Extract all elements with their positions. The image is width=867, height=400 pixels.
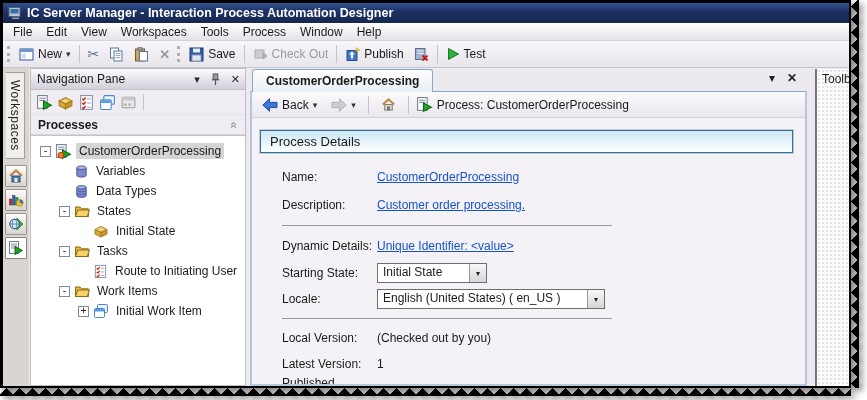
delete-button[interactable]: ✕ [154,45,175,64]
add-state-icon[interactable] [57,94,74,111]
menu-workspaces[interactable]: Workspaces [114,24,194,40]
add-work-item-icon[interactable] [99,94,116,111]
back-history-arrow[interactable]: ▾ [313,100,318,110]
menu-process[interactable]: Process [236,24,293,40]
add-task-icon[interactable] [78,94,95,111]
starting-state-select[interactable]: Initial State ▾ [377,263,487,283]
menu-window[interactable]: Window [293,24,350,40]
field-label: Name: [282,170,377,184]
expander-icon[interactable]: + [78,306,89,317]
chevron-down-icon[interactable]: ▾ [587,290,604,308]
add-process-icon[interactable] [36,94,53,111]
check-out-button: Check Out [248,45,334,63]
field-label: Description: [282,198,377,212]
menu-view[interactable]: View [74,24,114,40]
navigation-pane-title: Navigation Pane [37,72,183,86]
tree-label[interactable]: Initial Work Item [113,303,205,319]
process-icon [416,96,433,113]
chevron-down-icon[interactable]: ▾ [469,264,486,282]
folder-icon [74,283,90,299]
menu-file[interactable]: File [6,24,39,40]
tree-item-customerorderprocessing[interactable]: - CustomerOrderProcessing [31,141,245,161]
pin-icon[interactable] [211,73,220,86]
tree-item-initial-work-item[interactable]: + Initial Work Item [31,301,245,321]
tree-label[interactable]: Initial State [113,223,178,239]
menu-tools[interactable]: Tools [194,24,236,40]
database-icon [74,164,89,179]
chart-icon [8,192,24,208]
doc-home-button[interactable] [376,95,401,114]
tree-item-states[interactable]: - States [31,201,245,221]
document-list-arrow-icon[interactable]: ▾ [769,71,775,85]
window-title: IC Server Manager - Interaction Process … [27,6,393,20]
cut-button[interactable]: ✂ [83,44,105,64]
check-out-icon [253,47,268,61]
copy-button[interactable] [104,45,129,64]
tree-label[interactable]: Work Items [94,283,160,299]
toolbar-separator [336,45,337,63]
expander-icon[interactable]: - [59,286,70,297]
tree-label[interactable]: CustomerOrderProcessing [76,143,224,159]
tree-item-data-types[interactable]: Data Types [31,181,245,201]
tree-item-tasks[interactable]: - Tasks [31,241,245,261]
new-dropdown-arrow[interactable]: ▾ [66,49,71,59]
expander-icon[interactable]: - [40,146,51,157]
description-link[interactable]: Customer order processing. [377,198,525,212]
locale-select[interactable]: English (United States) ( en_US ) ▾ [377,289,605,309]
delete-icon: ✕ [159,47,170,62]
unpublish-button[interactable] [409,45,434,64]
field-row-name: Name: CustomerOrderProcessing [282,163,805,191]
tree-label[interactable]: States [94,203,134,219]
save-button[interactable]: Save [184,45,240,64]
back-button[interactable]: Back ▾ [257,96,322,114]
document-breadcrumb: Process: CustomerOrderProcessing [437,98,629,112]
document-controls: ▾ ✕ [769,71,797,85]
pane-menu-arrow-icon[interactable]: ▾ [191,73,203,86]
tree-item-initial-state[interactable]: Initial State [31,221,245,241]
latest-version-value: 1 [377,357,384,371]
field-label: Latest Version: [282,357,377,371]
tree-label[interactable]: Tasks [94,243,131,259]
home-icon [8,168,24,184]
forward-history-arrow: ▾ [351,100,356,110]
test-play-icon [446,47,460,61]
menu-help[interactable]: Help [350,24,389,40]
workspace-interactions-button[interactable] [5,213,27,235]
workspace-home-button[interactable] [5,165,27,187]
new-button[interactable]: New ▾ [14,45,76,63]
menu-edit[interactable]: Edit [39,24,74,40]
tree-item-route-to-initiating-user[interactable]: Route to Initiating User [31,261,245,281]
tab-customerorderprocessing[interactable]: CustomerOrderProcessing [252,69,433,92]
unpublish-icon [414,47,429,62]
toolbar-grip[interactable] [7,46,10,62]
tree-label[interactable]: Data Types [93,183,159,199]
workspace-reports-button[interactable] [5,189,27,211]
tab-label: CustomerOrderProcessing [266,74,419,88]
publish-button[interactable]: Publish [340,45,408,64]
field-label: Locale: [282,292,377,306]
expander-icon[interactable]: - [59,246,70,257]
tree-item-variables[interactable]: Variables [31,161,245,181]
globe-process-icon [8,216,24,232]
toolbar-grip[interactable] [177,46,180,62]
workspaces-tab[interactable]: Workspaces [6,72,25,159]
toolbox-panel[interactable]: Toolbo [815,69,849,386]
pane-close-icon[interactable]: ✕ [228,73,243,86]
processes-section-header[interactable]: Processes « [31,115,245,135]
workspace-processes-button[interactable] [5,237,27,259]
name-link[interactable]: CustomerOrderProcessing [377,170,519,184]
dynamic-details-link[interactable]: Unique Identifier: <value> [377,239,514,253]
title-bar[interactable]: IC Server Manager - Interaction Process … [3,3,849,23]
tree-item-work-items[interactable]: - Work Items [31,281,245,301]
published-version-value: (Not published) [377,383,458,384]
tree-label[interactable]: Route to Initiating User [112,263,240,279]
paste-button[interactable] [129,45,154,64]
tree-label[interactable]: Variables [93,163,148,179]
process-details-fields: Name: CustomerOrderProcessing Descriptio… [252,153,805,384]
collapse-chevron-icon[interactable]: « [228,121,242,128]
test-button[interactable]: Test [441,45,491,63]
document-close-icon[interactable]: ✕ [787,71,797,85]
toolbar-separator [437,45,438,63]
menu-bar: File Edit View Workspaces Tools Process … [3,23,849,41]
expander-icon[interactable]: - [59,206,70,217]
